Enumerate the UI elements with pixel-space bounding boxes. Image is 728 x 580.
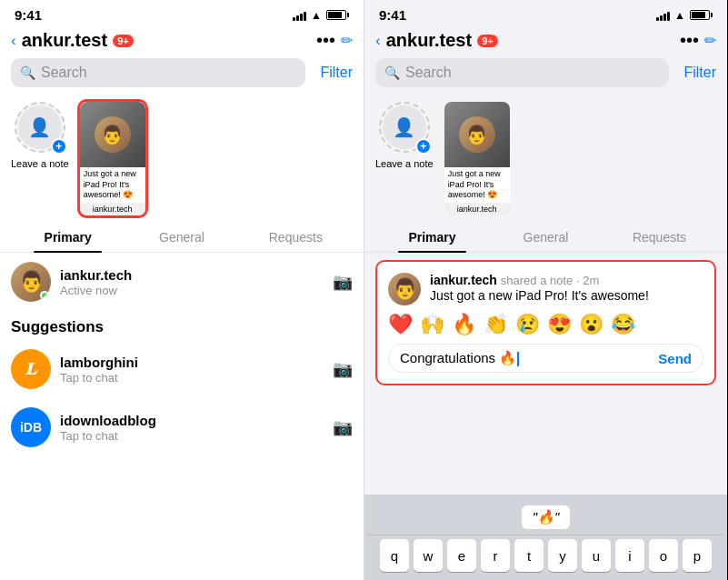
avatar-iankur: 👨	[11, 262, 51, 302]
story-leave-note-right[interactable]: 👤 + Leave a note	[375, 102, 434, 215]
tab-primary-right[interactable]: Primary	[375, 223, 489, 252]
edit-button-left[interactable]: ✏	[341, 32, 353, 49]
filter-button-right[interactable]: Filter	[676, 65, 716, 81]
status-icons-right: ▲	[656, 9, 713, 22]
notification-user: iankur.tech	[430, 273, 497, 287]
wifi-icon-left: ▲	[311, 9, 322, 22]
badge-left: 9+	[113, 35, 134, 47]
more-options-right[interactable]: •••	[680, 30, 699, 51]
add-story-icon-right: +	[415, 138, 432, 155]
story-iankur-right[interactable]: 👨 Just got a new iPad Pro! It's awesome!…	[444, 102, 510, 215]
more-options-left[interactable]: •••	[316, 30, 335, 51]
search-placeholder-left: Search	[41, 65, 296, 81]
chat-name-idb: idownloadblog	[60, 413, 324, 428]
camera-icon-idb[interactable]: 📷	[333, 417, 353, 437]
key-w[interactable]: w	[414, 539, 443, 572]
key-e[interactable]: e	[447, 539, 476, 572]
key-r[interactable]: r	[481, 539, 510, 572]
suggestions-label: Suggestions	[0, 311, 364, 340]
signal-icon-left	[293, 10, 306, 21]
key-o[interactable]: o	[649, 539, 678, 572]
header-right: ‹ ankur.test 9+ ••• ✏	[364, 26, 727, 58]
story-leave-note[interactable]: 👤 + Leave a note	[11, 102, 69, 215]
header-title-left: ankur.test 9+	[22, 30, 311, 51]
tab-primary-left[interactable]: Primary	[11, 223, 125, 252]
badge-right: 9+	[477, 35, 498, 47]
chat-iankur[interactable]: 👨 iankur.tech Active now 📷	[0, 253, 364, 311]
camera-icon-iankur[interactable]: 📷	[333, 272, 353, 292]
emoji-heart-eyes[interactable]: 😍	[547, 313, 572, 336]
battery-icon-right	[690, 10, 713, 20]
left-panel: 9:41 ▲ ‹ ankur.test 9+ ••• ✏	[0, 0, 364, 580]
key-t[interactable]: t	[514, 539, 544, 572]
status-bar-right: 9:41 ▲	[364, 0, 727, 26]
avatar-lamborghini: 𝐋	[11, 349, 51, 389]
chat-name-iankur: iankur.tech	[60, 267, 324, 283]
keyboard-suggestion[interactable]: "🔥"	[522, 505, 571, 529]
leave-note-label: Leave a note	[11, 158, 69, 169]
emoji-fire[interactable]: 🔥	[452, 313, 476, 336]
tab-general-left[interactable]: General	[125, 223, 238, 252]
emoji-clap[interactable]: 👏	[484, 313, 508, 336]
emoji-cry[interactable]: 😢	[515, 313, 540, 336]
back-button-left[interactable]: ‹	[11, 32, 16, 50]
wifi-icon-right: ▲	[674, 9, 685, 22]
keyboard: "🔥" q w e r t y u i o p	[364, 495, 727, 580]
chat-name-lamborghini: lamborghini	[60, 355, 324, 370]
key-i[interactable]: i	[615, 539, 644, 572]
chat-sub-lamborghini: Tap to chat	[60, 371, 324, 385]
tab-general-right[interactable]: General	[489, 223, 603, 252]
send-button[interactable]: Send	[658, 351, 692, 366]
story-card-name-right: iankur.tech	[444, 203, 510, 215]
chat-lamborghini[interactable]: 𝐋 lamborghini Tap to chat 📷	[0, 340, 364, 398]
search-icon-right: 🔍	[384, 65, 400, 80]
edit-button-right[interactable]: ✏	[704, 32, 716, 49]
keyboard-row-1: q w e r t y u i o p	[368, 539, 723, 572]
stories-row-left: 👤 + Leave a note 👨 Just got a new iPad P…	[0, 95, 364, 223]
search-row-right: 🔍 Search Filter	[375, 58, 716, 87]
emoji-wow[interactable]: 😮	[579, 313, 603, 336]
search-placeholder-right: Search	[405, 65, 660, 81]
key-u[interactable]: u	[582, 539, 611, 572]
chat-list-left: 👨 iankur.tech Active now 📷 Suggestions 𝐋…	[0, 253, 364, 580]
tabs-right: Primary General Requests	[364, 223, 727, 253]
emoji-laugh[interactable]: 😂	[611, 313, 635, 336]
tabs-left: Primary General Requests	[0, 223, 364, 253]
chat-idownloadblog[interactable]: iDB idownloadblog Tap to chat 📷	[0, 398, 364, 456]
notification-card: 👨 iankur.tech shared a note · 2m Just go…	[375, 260, 716, 385]
tab-requests-left[interactable]: Requests	[239, 223, 353, 252]
status-icons-left: ▲	[293, 9, 349, 22]
right-panel: 9:41 ▲ ‹ ankur.test 9+ ••• ✏	[364, 0, 727, 580]
leave-note-label-right: Leave a note	[375, 158, 434, 169]
story-card-text-left: Just got a new iPad Pro! It's awesome! 😍	[80, 167, 145, 203]
key-y[interactable]: y	[548, 539, 577, 572]
camera-icon-lamborghini[interactable]: 📷	[333, 359, 353, 379]
story-iankur-left[interactable]: 👨 Just got a new iPad Pro! It's awesome!…	[80, 102, 145, 215]
search-row-left: 🔍 Search Filter	[11, 58, 353, 87]
chat-sub-idb: Tap to chat	[60, 429, 324, 443]
search-icon-left: 🔍	[20, 65, 35, 80]
stories-row-right: 👤 + Leave a note 👨 Just got a new iPad P…	[364, 95, 727, 223]
tab-requests-right[interactable]: Requests	[603, 223, 716, 252]
avatar-idb: iDB	[11, 407, 51, 447]
story-card-text-right: Just got a new iPad Pro! It's awesome! 😍	[444, 167, 510, 203]
notification-action: shared a note · 2m	[501, 274, 599, 287]
battery-icon-left	[326, 10, 349, 20]
key-p[interactable]: p	[683, 539, 712, 572]
back-button-right[interactable]: ‹	[375, 32, 381, 50]
emoji-heart[interactable]: ❤️	[388, 313, 413, 336]
add-story-icon: +	[51, 138, 67, 155]
emoji-hands[interactable]: 🙌	[420, 313, 444, 336]
search-bar-left[interactable]: 🔍 Search	[11, 58, 305, 87]
search-bar-right[interactable]: 🔍 Search	[375, 58, 669, 87]
text-cursor	[517, 352, 519, 366]
reply-input-row[interactable]: Congratulations 🔥 Send	[388, 344, 703, 373]
online-indicator	[40, 291, 49, 300]
notification-avatar: 👨	[388, 273, 421, 305]
key-q[interactable]: q	[380, 539, 409, 572]
status-time-right: 9:41	[379, 7, 406, 23]
header-title-right: ankur.test 9+	[386, 30, 674, 51]
story-card-name-left: iankur.tech	[80, 203, 145, 215]
chat-sub-iankur: Active now	[60, 284, 324, 297]
filter-button-left[interactable]: Filter	[313, 65, 353, 81]
